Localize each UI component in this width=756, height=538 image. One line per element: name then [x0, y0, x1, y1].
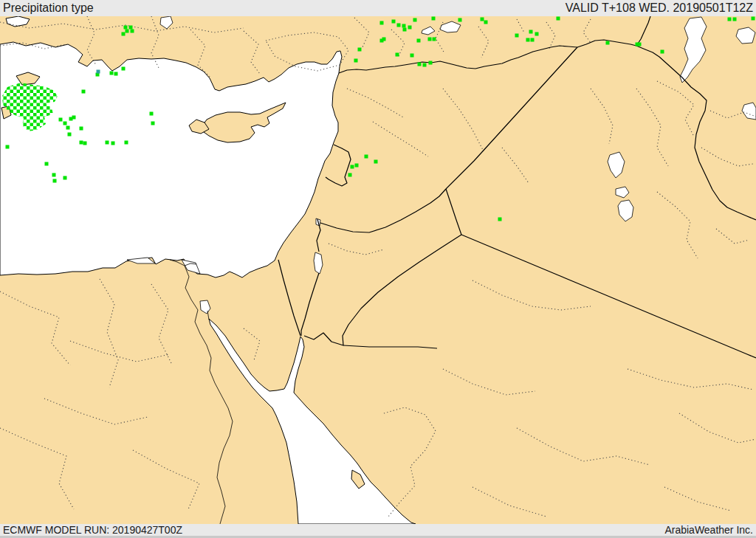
precip-dot-rain [418, 63, 422, 66]
precip-dot-rain [484, 21, 488, 24]
precip-dot-rain [365, 155, 368, 159]
precip-dot-rain [82, 90, 86, 94]
precip-dot-rain [403, 28, 407, 32]
precip-dot-rain [59, 118, 63, 122]
precip-dot-rain [408, 26, 412, 30]
precip-dot-rain [429, 61, 433, 65]
precip-dot-rain [529, 30, 533, 34]
precip-dot-rain [458, 18, 462, 22]
precip-dot-rain [114, 72, 118, 76]
precip-dot-rain [122, 32, 126, 36]
model-run-label: ECMWF MODEL RUN: 20190427T00Z [3, 524, 182, 536]
precip-dot-rain [433, 38, 436, 41]
precip-dot-rain [83, 142, 87, 145]
precip-dot-rain [63, 176, 67, 180]
precip-dot-rain [557, 17, 560, 21]
precip-dot-rain [728, 18, 732, 21]
precip-dot-rain [428, 38, 432, 41]
precip-dot-rain [358, 48, 362, 52]
precip-dot-rain [68, 133, 72, 137]
precip-dot-rain [380, 21, 384, 25]
precip-dot-rain [355, 164, 359, 168]
precip-dot-rain [432, 17, 436, 21]
weather-map-viewer: Precipitation type VALID T+108 WED. 2019… [0, 0, 756, 538]
precip-dot-rain [122, 67, 126, 71]
precip-dot-rain [661, 50, 664, 54]
precip-dot-rain [106, 141, 109, 145]
precip-dot-rain [535, 32, 539, 36]
precip-dot-rain [124, 26, 128, 30]
footer-bar: ECMWF MODEL RUN: 20190427T00Z ArabiaWeat… [0, 524, 756, 538]
precip-dot-mixed [97, 70, 100, 74]
precip-dot-rain [392, 20, 396, 24]
precip-dot-rain [606, 41, 610, 45]
precip-dot-rain [515, 34, 519, 38]
precip-dot-rain [63, 122, 67, 125]
precip-dot-rain [396, 53, 399, 57]
precip-dot-rain [498, 218, 502, 221]
precip-dot-rain [531, 38, 535, 42]
precip-dot-rain [111, 142, 115, 145]
precip-dot-rain [6, 145, 10, 149]
precip-dot-rain [150, 112, 154, 116]
precip-dot-rain [52, 173, 56, 177]
precip-dot-rain [382, 38, 386, 41]
precip-dot-rain [397, 24, 401, 27]
precip-dot-rain [752, 17, 755, 21]
precip-dot-rain [129, 26, 133, 30]
precip-dot-rain [348, 173, 352, 177]
precip-dot-rain [151, 122, 155, 125]
precip-dot-rain [126, 30, 129, 33]
precip-dot-rain [53, 179, 57, 183]
precip-dot-rain [410, 54, 414, 58]
precip-dot-rain [402, 24, 406, 28]
precip-dot-rain [66, 126, 70, 130]
precip-dot-rain [733, 18, 737, 21]
precip-dot-rain [423, 63, 427, 67]
precip-dot-rain [80, 127, 83, 131]
precip-dot-rain [125, 141, 128, 145]
precip-dot-rain [481, 18, 484, 21]
map-canvas [0, 0, 756, 538]
precip-dot-rain [413, 18, 417, 22]
precip-dot-rain [45, 162, 49, 166]
precip-dot-rain [638, 43, 642, 46]
precip-dot-rain [80, 141, 83, 145]
precip-dot-rain [110, 72, 114, 75]
precip-dot-rain [131, 30, 134, 33]
precip-dot-rain [417, 39, 421, 43]
precip-dot-rain [526, 38, 530, 42]
precip-dot-rain [72, 116, 76, 120]
precip-dot-rain [354, 59, 358, 63]
brand-label: ArabiaWeather Inc. [664, 524, 753, 536]
precip-dot-rain [351, 165, 354, 169]
precip-dot-rain [374, 160, 378, 164]
